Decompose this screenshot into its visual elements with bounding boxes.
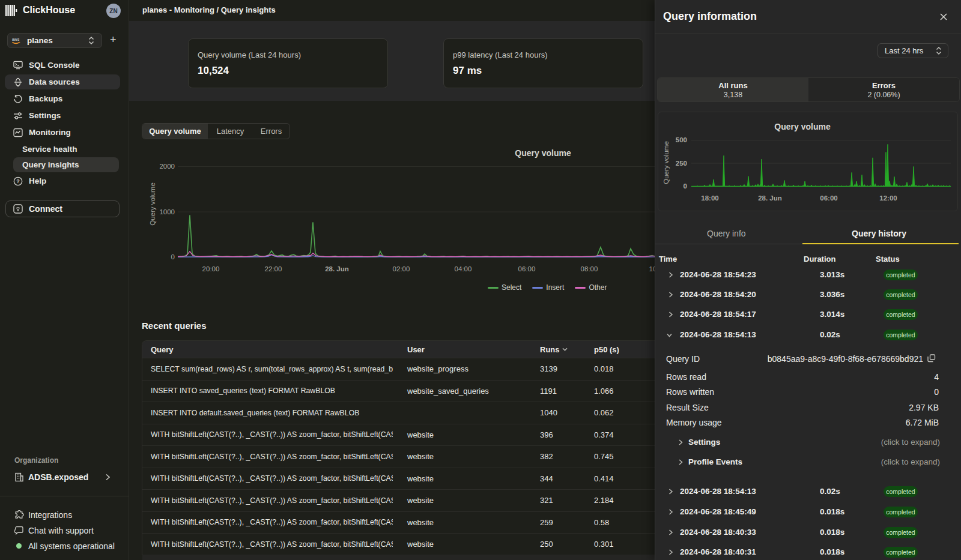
svg-text:22:00: 22:00 — [265, 265, 282, 272]
svg-text:20:00: 20:00 — [202, 265, 220, 272]
svg-text:2000: 2000 — [159, 163, 175, 170]
svg-text:06:00: 06:00 — [518, 265, 536, 272]
svg-text:?: ? — [16, 178, 20, 184]
svg-text:250: 250 — [676, 160, 687, 167]
svg-text:12:00: 12:00 — [879, 194, 897, 202]
svg-text:Query volume: Query volume — [662, 141, 670, 184]
svg-text:0: 0 — [684, 182, 687, 190]
svg-text:aws: aws — [12, 37, 20, 41]
svg-text:Query volume: Query volume — [149, 182, 156, 226]
svg-text:500: 500 — [676, 136, 687, 143]
svg-text:18:00: 18:00 — [701, 194, 718, 202]
svg-text:28. Jun: 28. Jun — [325, 265, 349, 272]
svg-text:1000: 1000 — [159, 208, 175, 215]
svg-text:06:00: 06:00 — [820, 194, 837, 202]
svg-text:28. Jun: 28. Jun — [758, 194, 782, 202]
svg-text:04:00: 04:00 — [455, 265, 472, 272]
svg-text:08:00: 08:00 — [581, 265, 598, 272]
svg-text:02:00: 02:00 — [393, 265, 410, 272]
svg-text:0: 0 — [171, 253, 175, 260]
